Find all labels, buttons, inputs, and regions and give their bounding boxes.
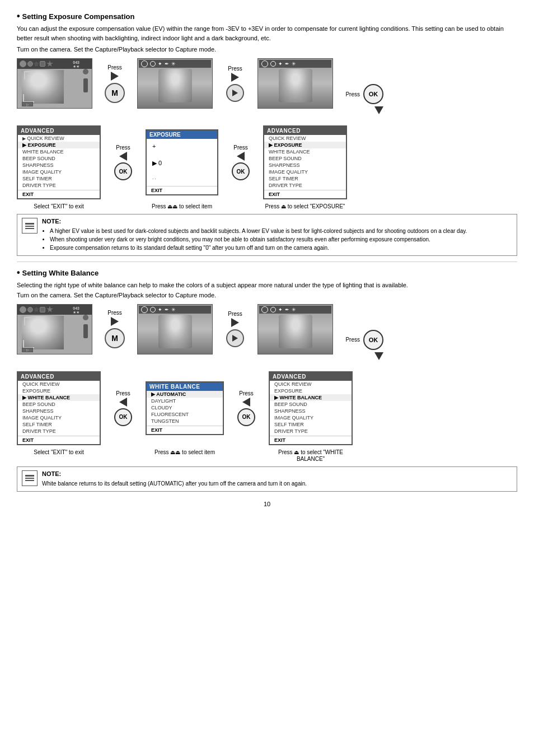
- menu-wb-lwb[interactable]: ▶ WHITE BALANCE: [18, 394, 100, 401]
- adv-menu-left-wb: ADVANCED QUICK REVIEW EXPOSURE ▶ WHITE B…: [17, 371, 101, 445]
- wb-automatic[interactable]: ▶ AUTOMATIC: [147, 391, 223, 398]
- wb-menu-title: WHITE BALANCE: [147, 382, 223, 391]
- menu-sharp-r: SHARPNESS: [264, 162, 346, 169]
- menu-exposure-l[interactable]: ▶ EXPOSURE: [18, 142, 100, 148]
- bottom-diagram-row-wb: ADVANCED QUICK REVIEW EXPOSURE ▶ WHITE B…: [17, 371, 517, 445]
- press-label-4: Press: [233, 144, 248, 151]
- ok-button-top[interactable]: OK: [363, 84, 383, 104]
- menu-beep-lwb: BEEP SOUND: [18, 401, 100, 408]
- scene-2-exposure: ✦ ✒ ✳ Press OK: [257, 58, 333, 109]
- setup-line-wb: Turn on the camera. Set the Capture/Play…: [17, 292, 517, 298]
- heading-wb: Setting White Balance: [22, 269, 99, 277]
- press-wb-4: Press: [239, 390, 254, 396]
- wb-exit[interactable]: EXIT: [147, 426, 223, 434]
- section-title-wb: • Setting White Balance: [17, 268, 517, 278]
- m-button-exposure[interactable]: M: [105, 83, 125, 103]
- menu-dt-r: DRIVER TYPE: [264, 182, 346, 189]
- arrow-wb-4: Press OK: [224, 390, 269, 426]
- menu-st-r: SELF TIMER: [264, 175, 346, 182]
- wb-cloudy[interactable]: CLOUDY: [147, 404, 223, 411]
- menu-wb-r: WHITE BALANCE: [264, 148, 346, 155]
- exp-scale: + ▶ 0 ..: [147, 139, 217, 185]
- caption-exit-wb: Select "EXIT" to exit: [34, 449, 83, 455]
- ok-button-wb-2[interactable]: OK: [237, 408, 255, 426]
- press-wb-1: Press: [107, 310, 122, 316]
- caption-select-exp: Press ⏏ to select "EXPOSURE": [265, 203, 345, 209]
- section-title-exposure: • Setting Exposure Compensation: [17, 11, 517, 21]
- bottom-diagram-row-exposure: ADVANCED QUICK REVIEW ▶ EXPOSURE WHITE B…: [17, 125, 517, 199]
- menu-beep-rwb: BEEP SOUND: [270, 401, 352, 408]
- menu-beep-r: BEEP SOUND: [264, 155, 346, 162]
- menu-wb-rwb[interactable]: ▶ WHITE BALANCE: [270, 394, 352, 401]
- heading-exposure: Setting Exposure Compensation: [22, 12, 135, 21]
- menu-exp-r[interactable]: ▶ EXPOSURE: [264, 142, 346, 148]
- menu-exit-lwb[interactable]: EXIT: [18, 436, 100, 444]
- ok-button-bottom-1[interactable]: OK: [114, 162, 132, 180]
- ok-arrow-down-wb: [374, 352, 383, 360]
- arrow-left-2: [237, 152, 245, 161]
- arrow-1-exposure: Press M: [92, 64, 137, 103]
- menu-qr-rwb: QUICK REVIEW: [270, 381, 352, 388]
- note-header-exposure: NOTE:: [42, 218, 467, 225]
- arrow-right-1: [111, 72, 119, 81]
- menu-exp-rwb: EXPOSURE: [270, 388, 352, 394]
- note-box-wb: NOTE: White balance returns to its defau…: [17, 466, 517, 492]
- scene-1-exposure: ✦ ✒ ✳: [137, 58, 213, 109]
- section-divider: [17, 262, 517, 262]
- ok-arrow-down: [374, 106, 383, 114]
- bottom-captions-exposure: Select "EXIT" to exit Press ⏏⏏ to select…: [17, 203, 517, 209]
- ok-button-top-wb[interactable]: OK: [363, 330, 383, 350]
- wb-tungsten[interactable]: TUNGSTEN: [147, 418, 223, 424]
- exposure-menu: EXPOSURE + ▶ 0 .. EXIT: [146, 129, 218, 195]
- press-ok-label: Press: [345, 91, 360, 97]
- arrow-2-exposure: Press: [213, 66, 257, 102]
- exp-menu-title: EXPOSURE: [147, 130, 217, 139]
- menu-exit-l[interactable]: EXIT: [18, 190, 100, 198]
- ok-press-area: Press OK: [341, 84, 383, 114]
- wb-daylight[interactable]: DAYLIGHT: [147, 398, 223, 404]
- menu-sharp-lwb: SHARPNESS: [18, 408, 100, 414]
- arrow-right-2: [231, 73, 239, 82]
- top-diagram-row-exposure: 043 ★★ ▷ Press M: [17, 58, 517, 109]
- press-label-2: Press: [228, 66, 242, 72]
- arrow-4-exposure: Press OK: [218, 144, 263, 180]
- menu-exit-r[interactable]: EXIT: [264, 190, 346, 198]
- press-ok-label-wb: Press: [345, 337, 360, 343]
- note-icon-exposure: [22, 218, 38, 234]
- d-triangle-icon-wb: [232, 335, 238, 342]
- arrow-right-wb-2: [231, 318, 239, 327]
- adv-menu-right-title: ADVANCED: [264, 127, 346, 135]
- d-button-wb[interactable]: [226, 329, 244, 347]
- menu-exp-lwb: EXPOSURE: [18, 388, 100, 394]
- arrow-wb-2: Press: [213, 311, 257, 347]
- exp-exit[interactable]: EXIT: [147, 186, 217, 194]
- menu-st-lwb: SELF TIMER: [18, 421, 100, 428]
- arrow-left-1: [119, 152, 127, 161]
- menu-iq-rwb: IMAGE QUALITY: [270, 414, 352, 421]
- section-exposure: • Setting Exposure Compensation You can …: [17, 11, 517, 256]
- note-item-1: A higher EV value is best used for dark-…: [50, 227, 467, 235]
- adv-menu-right: ADVANCED QUICK REVIEW ▶ EXPOSURE WHITE B…: [263, 125, 347, 199]
- ok-button-wb-1[interactable]: OK: [114, 408, 132, 426]
- menu-st-rwb: SELF TIMER: [270, 421, 352, 428]
- menu-exit-rwb[interactable]: EXIT: [270, 436, 352, 444]
- adv-menu-left: ADVANCED QUICK REVIEW ▶ EXPOSURE WHITE B…: [17, 125, 101, 199]
- menu-qr-lwb: QUICK REVIEW: [18, 381, 100, 388]
- scene-wb-2: ✦ ✒ ✳ Press OK: [257, 304, 333, 354]
- ok-press-area-wb: Press OK: [341, 330, 383, 360]
- arrow-left-wb-2: [242, 398, 250, 407]
- wb-fluorescent[interactable]: FLUORESCENT: [147, 411, 223, 418]
- adv-menu-right-wb: ADVANCED QUICK REVIEW EXPOSURE ▶ WHITE B…: [269, 371, 353, 445]
- ok-button-bottom-2[interactable]: OK: [232, 162, 250, 180]
- caption-select-wb: Press ⏏ to select "WHITE BALANCE": [278, 449, 343, 462]
- camera-wb: 043 ★★ ▷: [17, 304, 92, 354]
- bullet-exposure: •: [17, 11, 20, 21]
- scene-wb-1: ✦ ✒ ✳: [137, 304, 213, 354]
- d-button-exposure[interactable]: [226, 84, 244, 102]
- m-button-wb[interactable]: M: [105, 328, 125, 348]
- press-wb-3: Press: [116, 390, 130, 396]
- menu-qr-r: QUICK REVIEW: [264, 135, 346, 142]
- caption-exit-exp: Select "EXIT" to exit: [34, 203, 83, 209]
- wb-menu: WHITE BALANCE ▶ AUTOMATIC DAYLIGHT CLOUD…: [146, 381, 224, 435]
- desc-wb: Selecting the right type of white balanc…: [17, 281, 517, 290]
